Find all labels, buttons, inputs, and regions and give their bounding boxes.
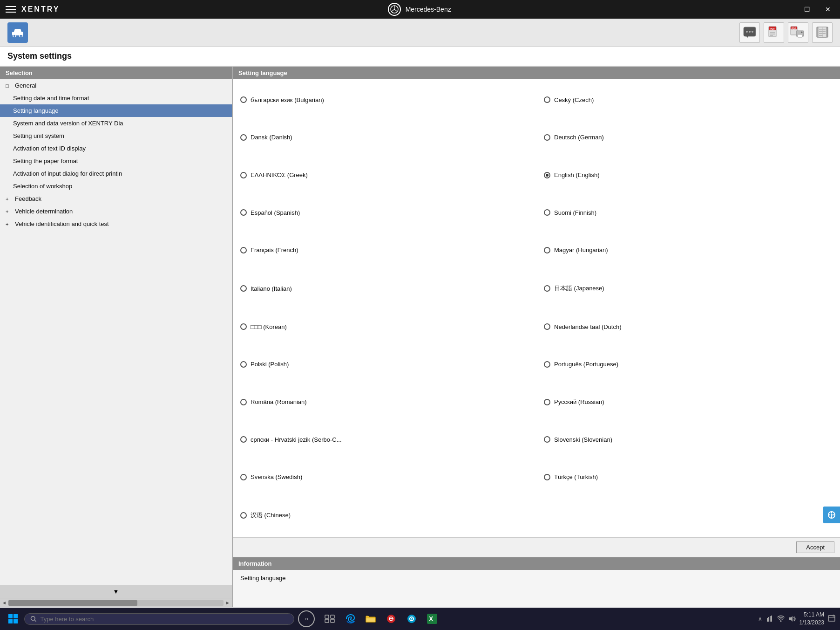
radio-bulgarian[interactable] — [240, 96, 247, 103]
svg-rect-57 — [767, 618, 768, 622]
radio-danish[interactable] — [240, 134, 247, 141]
restore-button[interactable]: ☐ — [800, 4, 814, 15]
radio-english[interactable] — [544, 172, 550, 178]
svg-point-9 — [746, 31, 748, 33]
search-input[interactable] — [40, 616, 288, 623]
tree-item-unit[interactable]: Setting unit system — [0, 130, 232, 142]
start-button[interactable] — [4, 609, 22, 628]
tree-item-feedback[interactable]: + Feedback — [0, 192, 232, 205]
hamburger-menu[interactable] — [6, 6, 16, 13]
tree-item-vehicle-id[interactable]: + Vehicle identification and quick test — [0, 218, 232, 230]
lang-serbian[interactable]: српски - Hrvatski jezik (Serbo-C... — [233, 421, 536, 459]
lang-german[interactable]: Deutsch (German) — [536, 119, 840, 157]
radio-portuguese[interactable] — [544, 361, 550, 368]
scroll-right-arrow[interactable]: ► — [225, 600, 230, 605]
radio-german[interactable] — [544, 134, 550, 141]
remote-icon[interactable] — [823, 507, 840, 523]
radio-french[interactable] — [240, 247, 247, 253]
lang-slovenian[interactable]: Slovenski (Slovenian) — [536, 421, 840, 459]
lang-label-polish: Polski (Polish) — [251, 361, 289, 368]
radio-finnish[interactable] — [544, 209, 550, 216]
scroll-left-arrow[interactable]: ◄ — [2, 600, 7, 605]
language-grid: български език (Bulgarian) Ceský (Czech)… — [233, 79, 840, 537]
lang-japanese[interactable]: 日本語 (Japanese) — [536, 269, 840, 308]
tree-item-input-dialog[interactable]: Activation of input dialog for direct pr… — [0, 167, 232, 180]
lang-chinese[interactable]: 汉语 (Chinese) — [233, 496, 536, 535]
accept-button[interactable]: Accept — [796, 541, 834, 553]
lang-portuguese[interactable]: Português (Portuguese) — [536, 346, 840, 383]
explorer-button[interactable] — [361, 609, 380, 628]
car-icon-button[interactable] — [7, 22, 28, 43]
xentry-button[interactable]: X — [423, 609, 441, 628]
svg-point-54 — [411, 618, 413, 620]
horizontal-scrollbar[interactable]: ◄ ► — [0, 598, 232, 607]
radio-slovenian[interactable] — [544, 436, 550, 443]
book-icon-button[interactable] — [812, 22, 833, 43]
radio-polish[interactable] — [240, 361, 247, 368]
app3-button[interactable] — [382, 609, 400, 628]
mb-logo — [388, 3, 401, 16]
tree-label-general: General — [15, 82, 36, 89]
taskbar-time[interactable]: 5:11 AM 1/13/2023 — [799, 611, 824, 627]
radio-japanese[interactable] — [544, 285, 550, 292]
lang-korean[interactable]: □□□ (Korean) — [233, 308, 536, 346]
tree-label-text-id: Activation of text ID display — [13, 145, 86, 152]
radio-hungarian[interactable] — [544, 247, 550, 253]
radio-czech[interactable] — [544, 96, 550, 103]
lang-greek[interactable]: ΕΛΛΗΝΙΚΌΣ (Greek) — [233, 156, 536, 194]
radio-spanish[interactable] — [240, 209, 247, 216]
scroll-down-arrow[interactable]: ▼ — [0, 585, 232, 598]
lang-italian[interactable]: Italiano (Italian) — [233, 269, 536, 308]
lang-turkish[interactable]: Türkçe (Turkish) — [536, 459, 840, 496]
tree-item-paper[interactable]: Setting the paper format — [0, 155, 232, 167]
tray-expand-icon[interactable]: ∧ — [758, 616, 762, 622]
notification-icon[interactable]: 3 — [828, 615, 836, 623]
lang-swedish[interactable]: Svenska (Swedish) — [233, 459, 536, 496]
lang-danish[interactable]: Dansk (Danish) — [233, 119, 536, 157]
close-button[interactable]: ✕ — [821, 4, 834, 15]
radio-russian[interactable] — [544, 399, 550, 405]
lang-english[interactable]: English (English) — [536, 156, 840, 194]
radio-korean[interactable] — [240, 323, 247, 330]
minimize-button[interactable]: — — [779, 4, 793, 15]
lang-dutch[interactable]: Nederlandse taal (Dutch) — [536, 308, 840, 346]
taskbar: ○ — [0, 608, 840, 630]
lang-bulgarian[interactable]: български език (Bulgarian) — [233, 81, 536, 119]
tree-item-workshop[interactable]: Selection of workshop — [0, 180, 232, 192]
taskbar-search-bar[interactable] — [24, 613, 294, 625]
radio-greek[interactable] — [240, 172, 247, 178]
lang-label-russian: Русский (Russian) — [554, 398, 604, 405]
tree-item-text-id[interactable]: Activation of text ID display — [0, 142, 232, 155]
task-view-button[interactable] — [320, 609, 339, 628]
edge-button[interactable] — [341, 609, 359, 628]
lang-czech[interactable]: Ceský (Czech) — [536, 81, 840, 119]
radio-romanian[interactable] — [240, 399, 247, 405]
lang-romanian[interactable]: Română (Romanian) — [233, 383, 536, 421]
lang-finnish[interactable]: Suomi (Finnish) — [536, 194, 840, 232]
radio-italian[interactable] — [240, 285, 247, 292]
radio-dutch[interactable] — [544, 323, 550, 330]
lang-russian[interactable]: Русский (Russian) — [536, 383, 840, 421]
radio-chinese[interactable] — [240, 512, 247, 519]
tree-item-general[interactable]: □ General — [0, 79, 232, 92]
lang-label-bulgarian: български език (Bulgarian) — [251, 96, 324, 103]
tree-item-date[interactable]: Setting date and time format — [0, 92, 232, 104]
pdf-icon-button-2[interactable]: PDF — [788, 22, 808, 43]
tree-item-vehicle-det[interactable]: + Vehicle determination — [0, 205, 232, 218]
lang-hungarian[interactable]: Magyar (Hungarian) — [536, 232, 840, 269]
pdf-icon-button-1[interactable]: PDF — [764, 22, 784, 43]
radio-swedish[interactable] — [240, 474, 247, 480]
svg-text:PDF: PDF — [792, 27, 796, 29]
tree-item-system-data[interactable]: System and data version of XENTRY Dia — [0, 117, 232, 130]
teamviewer-button[interactable] — [402, 609, 421, 628]
lang-polish[interactable]: Polski (Polish) — [233, 346, 536, 383]
chat-icon-button[interactable] — [739, 22, 760, 43]
lang-french[interactable]: Français (French) — [233, 232, 536, 269]
tree-item-language[interactable]: Setting language — [0, 104, 232, 117]
radio-turkish[interactable] — [544, 474, 550, 480]
left-panel-body[interactable]: □ General Setting date and time format S… — [0, 79, 232, 585]
radio-serbian[interactable] — [240, 436, 247, 443]
cortana-button[interactable]: ○ — [298, 610, 315, 627]
lang-spanish[interactable]: Español (Spanish) — [233, 194, 536, 232]
taskbar-tray: ∧ 5:11 AM — [758, 611, 836, 627]
